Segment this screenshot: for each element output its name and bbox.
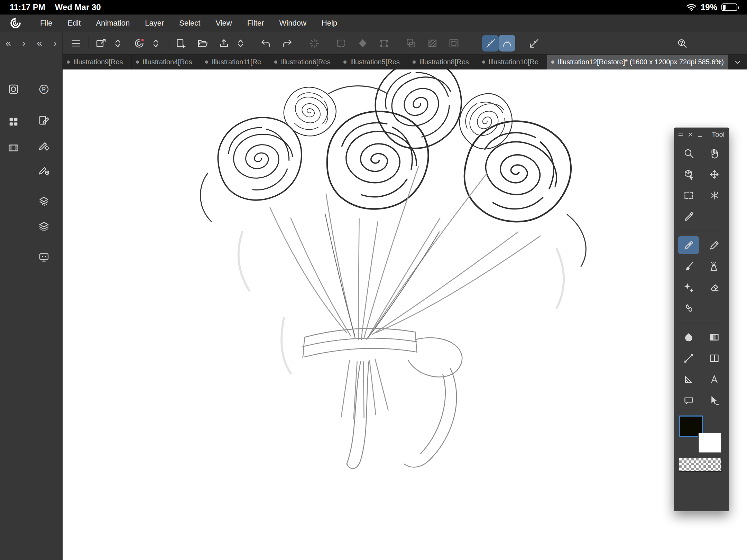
tab-label: Illustration8[Res <box>419 58 469 66</box>
color-swatches <box>679 416 724 476</box>
tab-dot <box>274 60 277 64</box>
expand-collapse-icon[interactable] <box>232 35 249 52</box>
menu-layer[interactable]: Layer <box>137 15 172 32</box>
tool-pen-selected[interactable] <box>678 236 699 254</box>
tool-gradient[interactable] <box>704 328 725 346</box>
tool-palette[interactable]: Tool <box>674 128 729 511</box>
snap-to-special-ruler-icon[interactable] <box>499 35 515 52</box>
undo-icon[interactable] <box>257 35 274 52</box>
tool-figure[interactable] <box>678 349 699 367</box>
tool-ruler[interactable] <box>678 370 699 388</box>
tab-label: Illustration5[Res <box>350 58 399 66</box>
menu-bar: File Edit Animation Layer Select View Fi… <box>0 15 747 32</box>
palette-minimize-icon[interactable] <box>697 131 703 138</box>
tab-dot <box>136 60 139 64</box>
menu-edit[interactable]: Edit <box>60 15 88 32</box>
expand-right-icon[interactable]: › <box>22 38 25 49</box>
tool-correct-line[interactable] <box>704 391 725 409</box>
clip-studio-logo[interactable] <box>9 17 22 30</box>
expand-collapse-icon[interactable] <box>147 35 164 52</box>
timeline-icon[interactable] <box>6 140 21 156</box>
snap-to-ruler-icon[interactable] <box>482 35 499 52</box>
tool-hand[interactable] <box>704 144 725 162</box>
palette-close-icon[interactable] <box>687 131 694 138</box>
document-tab-bar: Illustration9[Res Illustration4[Res Illu… <box>63 55 747 69</box>
tab-illustration4[interactable]: Illustration4[Res <box>132 55 201 69</box>
tab-list-chevron-icon[interactable] <box>728 55 747 69</box>
tool-balloon[interactable] <box>678 391 699 409</box>
tool-brush[interactable] <box>678 257 699 275</box>
menu-filter[interactable]: Filter <box>240 15 272 32</box>
menu-window[interactable]: Window <box>272 15 314 32</box>
palette-title: Tool <box>712 131 725 139</box>
left-sidebar: « › « › R <box>0 32 63 560</box>
tab-dot <box>343 60 347 64</box>
palette-menu-icon[interactable] <box>677 131 684 138</box>
tab-dot <box>413 60 416 64</box>
tool-airbrush[interactable] <box>704 257 725 275</box>
tab-illustration9[interactable]: Illustration9[Res <box>63 55 132 69</box>
tool-auto-select[interactable] <box>704 186 725 204</box>
tool-zoom[interactable] <box>678 144 699 162</box>
tab-illustration6[interactable]: Illustration6[Res <box>270 55 339 69</box>
canvas-area[interactable]: Tool <box>63 69 747 560</box>
status-time: 11:17 PM <box>10 2 45 12</box>
grid-view-icon[interactable] <box>6 114 21 130</box>
material-icon[interactable] <box>36 193 52 209</box>
tool-fill[interactable] <box>678 328 699 346</box>
tab-illustration5[interactable]: Illustration5[Res <box>339 55 408 69</box>
tab-illustration8[interactable]: Illustration8[Res <box>408 55 478 69</box>
story-editor-icon[interactable] <box>131 35 147 52</box>
menu-select[interactable]: Select <box>172 15 208 32</box>
wifi-icon <box>686 3 697 11</box>
tab-illustration10[interactable]: Illustration10[Re <box>478 55 547 69</box>
open-file-icon[interactable] <box>194 35 211 52</box>
redo-icon[interactable] <box>279 35 295 52</box>
selection-dashes-icon <box>354 35 371 52</box>
edit-window-icon[interactable] <box>93 35 109 52</box>
sidebar-collapse-arrows: « › « › <box>0 32 62 54</box>
restore-icon[interactable]: R <box>36 81 52 97</box>
main-toolbar <box>63 32 747 55</box>
tool-pencil[interactable] <box>704 236 725 254</box>
collapse-left-icon[interactable]: « <box>6 38 11 49</box>
tool-eraser[interactable] <box>704 278 725 296</box>
tool-text[interactable] <box>704 370 725 388</box>
battery-percent: 19% <box>701 2 717 12</box>
new-page-pen-icon[interactable] <box>36 112 52 128</box>
tab-illustration11[interactable]: Illustration11[Re <box>201 55 270 69</box>
transparent-color-swatch[interactable] <box>679 458 722 472</box>
new-canvas-icon[interactable] <box>173 35 189 52</box>
layers-icon[interactable] <box>36 218 52 234</box>
hamburger-menu-icon[interactable] <box>67 35 84 52</box>
tool-frame-border[interactable] <box>704 349 725 367</box>
expand-collapse-icon[interactable] <box>109 35 126 52</box>
expand-right-icon[interactable]: › <box>54 38 57 49</box>
tab-label: Illustration10[Re <box>489 58 539 66</box>
tool-decoration[interactable] <box>678 278 699 296</box>
tool-selection-area[interactable] <box>678 186 699 204</box>
help-search-icon[interactable] <box>674 35 690 52</box>
rose-bouquet-sketch <box>63 69 747 560</box>
tool-blend[interactable] <box>678 299 699 317</box>
workspace-icon[interactable] <box>6 81 21 97</box>
export-icon[interactable] <box>215 35 232 52</box>
collapse-left-icon[interactable]: « <box>37 38 42 49</box>
tab-dot <box>67 60 70 64</box>
companion-mode-icon[interactable] <box>36 249 52 265</box>
status-date: Wed Mar 30 <box>55 2 101 12</box>
tool-object[interactable] <box>678 165 699 183</box>
tab-dot <box>551 60 554 64</box>
menu-file[interactable]: File <box>33 15 60 32</box>
tab-label: Illustration12[Restore]* (1600 x 1200px … <box>558 58 724 66</box>
snap-to-guide-icon[interactable] <box>526 35 542 52</box>
menu-view[interactable]: View <box>208 15 239 32</box>
tool-eyedropper[interactable] <box>678 207 699 225</box>
menu-animation[interactable]: Animation <box>88 15 137 32</box>
pen-export-icon[interactable] <box>36 162 52 178</box>
menu-help[interactable]: Help <box>314 15 345 32</box>
pen-settings-icon[interactable] <box>36 137 52 153</box>
sub-color-swatch[interactable] <box>698 433 721 453</box>
tool-move[interactable] <box>704 165 725 183</box>
tab-illustration12-active[interactable]: Illustration12[Restore]* (1600 x 1200px … <box>547 55 728 69</box>
